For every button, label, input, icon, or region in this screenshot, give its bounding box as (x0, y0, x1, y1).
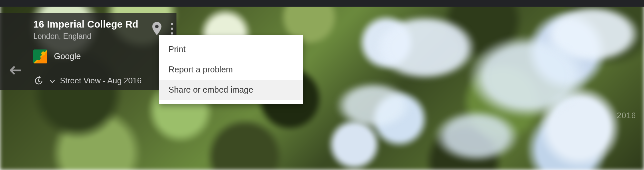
arrow-left-icon (7, 66, 21, 75)
history-icon (33, 76, 43, 86)
map-pin-icon (152, 22, 162, 35)
menu-item-print[interactable]: Print (159, 39, 303, 59)
more-options-menu: PrintReport a problemShare or embed imag… (159, 35, 303, 104)
menu-item-share-or-embed-image[interactable]: Share or embed image (159, 80, 303, 100)
timeline-control[interactable]: Street View - Aug 2016 (0, 71, 176, 86)
menu-item-report-a-problem[interactable]: Report a problem (159, 59, 303, 80)
timeline-label: Street View - Aug 2016 (60, 76, 142, 85)
location-address[interactable]: 16 Imperial College Rd (33, 19, 147, 30)
chevron-down-icon (50, 76, 55, 85)
location-region: London, England (33, 32, 147, 41)
imagery-year-watermark: 2016 (617, 111, 636, 120)
back-button[interactable] (6, 62, 22, 78)
window-topbar (0, 0, 644, 7)
location-card: 16 Imperial College Rd London, England G… (0, 13, 176, 90)
kebab-dot-icon (171, 28, 173, 30)
save-location-button[interactable] (151, 21, 162, 36)
svg-point-0 (155, 25, 159, 29)
kebab-dot-icon (171, 23, 173, 25)
streetview-source-icon (33, 49, 47, 63)
streetview-source-name[interactable]: Google (54, 51, 81, 61)
more-options-button[interactable] (168, 22, 175, 36)
kebab-dot-icon (171, 32, 173, 35)
